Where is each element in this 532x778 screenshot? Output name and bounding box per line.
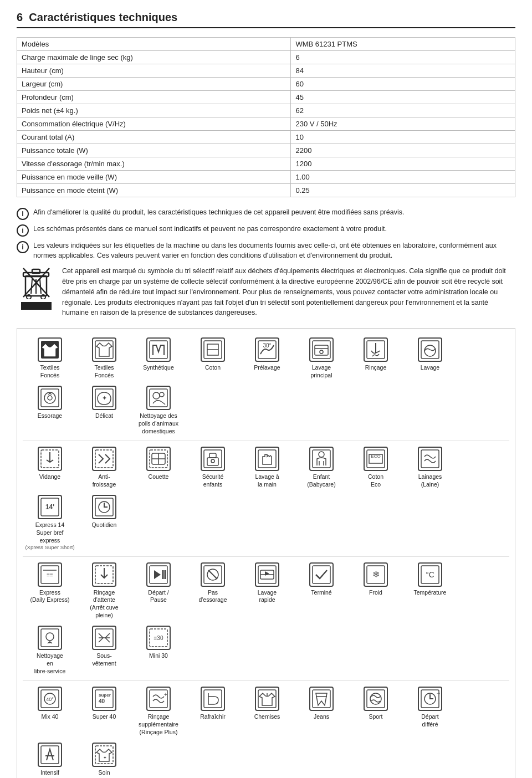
- black-bar: [21, 302, 52, 310]
- spec-row: Charge maximale de linge sec (kg)6: [17, 51, 515, 64]
- program-label-froid: Froid: [369, 589, 382, 597]
- spec-row: Poids net (±4 kg.)62: [17, 104, 515, 117]
- program-label-essorage: Essorage: [38, 412, 62, 420]
- program-item-express-daily: ≡≡ Express (Daily Express): [25, 562, 75, 620]
- program-label-mix40: Mix 40: [42, 713, 59, 721]
- svg-marker-60: [154, 570, 161, 579]
- svg-point-31: [160, 392, 164, 397]
- info-icon-3: i: [17, 241, 29, 253]
- program-icon-sous-vetement: [92, 626, 116, 650]
- program-label-sport: Sport: [369, 713, 382, 721]
- program-icon-jeans: [309, 687, 334, 711]
- program-icon-synth: [146, 337, 171, 362]
- spec-value: 1200: [291, 157, 515, 171]
- program-item-lavage-main: Lavage à la main: [242, 447, 292, 488]
- program-label-lavage-main: Lavage à la main: [255, 473, 279, 488]
- program-item-express14: 14'Express 14 Super bref express(Xpress …: [25, 495, 75, 550]
- program-item-super40: super 40Super 40: [79, 687, 129, 736]
- svg-point-76: [46, 633, 54, 641]
- program-icon-lainages: [418, 447, 442, 471]
- program-item-rincage-attente: Rinçage d'attente (Arrêt cuve pleine): [79, 562, 129, 620]
- program-icon-rincage: [364, 337, 388, 362]
- programs-section: Textiles Foncés Textiles Foncés Synthéti…: [17, 328, 515, 778]
- recycling-text: Cet appareil est marqué du symbole du tr…: [62, 266, 515, 318]
- program-label-enfant: Enfant (Babycare): [307, 473, 335, 488]
- svg-rect-93: [313, 690, 330, 708]
- program-sublabel-express14: (Xpress Super Short): [25, 544, 74, 550]
- program-label-coton-eco: Coton Eco: [368, 473, 383, 488]
- program-icon-rincage-supp: +: [146, 687, 171, 711]
- program-label-lavage-principal: Lavage principal: [310, 364, 332, 379]
- spec-label: Vitesse d'essorage (tr/min max.): [17, 157, 291, 171]
- program-icon-mix40: 40°: [38, 687, 62, 711]
- svg-rect-43: [313, 450, 330, 468]
- svg-point-23: [424, 345, 436, 356]
- svg-rect-42: [258, 450, 276, 468]
- svg-rect-2: [32, 269, 40, 273]
- svg-rect-95: [367, 690, 385, 708]
- spec-label: Charge maximale de linge sec (kg): [17, 51, 291, 64]
- info-row-2: i Les schémas présentés dans ce manuel s…: [17, 224, 515, 237]
- info-text-2: Les schémas présentés dans ce manuel son…: [33, 224, 387, 234]
- program-item-essorage: Essorage: [25, 386, 75, 435]
- program-icon-express-daily: ≡≡: [38, 562, 62, 587]
- program-label-intensif: Intensif: [40, 769, 59, 777]
- spec-value: 1.00: [291, 171, 515, 184]
- program-label-depart-differe: Départ différé: [421, 713, 439, 728]
- programs-row-1: Vidange Anti- froissage Couette Sécurité…: [23, 443, 509, 557]
- spec-row: Puissance totale (W)2200: [17, 144, 515, 157]
- spec-row: Puissance en mode éteint (W)0.25: [17, 184, 515, 197]
- svg-text:→: →: [436, 689, 440, 697]
- spec-label: Largeur (cm): [17, 78, 291, 91]
- program-label-jeans: Jeans: [314, 713, 329, 721]
- spec-label: Hauteur (cm): [17, 64, 291, 78]
- program-icon-intensif: [38, 743, 62, 767]
- program-icon-soin-fashion: ✦: [92, 743, 116, 767]
- svg-point-30: [153, 392, 160, 399]
- program-label-vidange: Vidange: [39, 473, 60, 481]
- program-item-vidange: Vidange: [25, 447, 75, 488]
- program-item-soin-fashion: ✦Soin Fashion: [79, 743, 129, 778]
- svg-rect-39: [209, 453, 216, 458]
- program-label-pas-essorage: Pas d'essorage: [198, 589, 227, 604]
- spec-label: Courant total (A): [17, 131, 291, 144]
- svg-text:≡≡: ≡≡: [47, 572, 53, 578]
- svg-rect-90: [204, 690, 222, 708]
- program-icon-cotton: [201, 337, 225, 362]
- program-item-temperature: °CTempérature: [405, 562, 455, 620]
- svg-text:+: +: [164, 692, 167, 698]
- info-text-3: Les valeurs indiquées sur les étiquettes…: [33, 240, 515, 260]
- program-label-temperature: Température: [414, 589, 447, 597]
- svg-text:14': 14': [45, 503, 54, 511]
- spec-row: Profondeur (cm)45: [17, 91, 515, 104]
- program-icon-lavage: [418, 337, 442, 362]
- program-label-mini30: Mini 30: [149, 652, 168, 660]
- spec-row: Vitesse d'essorage (tr/min max.)1200: [17, 157, 515, 171]
- svg-line-65: [208, 570, 217, 579]
- program-item-synth: Synthétique: [134, 337, 183, 379]
- spec-label: Puissance en mode veille (W): [17, 171, 291, 184]
- spec-row: Puissance en mode veille (W)1.00: [17, 171, 515, 184]
- program-icon-express14: 14': [38, 495, 62, 519]
- recycling-bin-icon: [21, 266, 52, 299]
- program-item-intensif: Intensif: [25, 743, 75, 778]
- svg-text:super: super: [99, 693, 111, 698]
- program-label-synth: Synthétique: [143, 364, 173, 372]
- spec-label: Puissance totale (W): [17, 144, 291, 157]
- svg-rect-24: [41, 389, 59, 407]
- program-icon-lavage-rapide: [255, 562, 279, 587]
- spec-value: 84: [291, 64, 515, 78]
- program-item-sous-vetement: Sous- vêtement: [79, 626, 129, 675]
- svg-point-41: [211, 459, 214, 463]
- svg-point-96: [370, 693, 381, 704]
- program-label-rincage: Rinçage: [365, 364, 387, 372]
- svg-rect-50: [421, 450, 439, 468]
- program-icon-pas-essorage: [201, 562, 225, 587]
- program-icon-termine: [309, 562, 334, 587]
- svg-rect-11: [95, 341, 113, 359]
- program-label-quotidien: Quotidien: [92, 521, 117, 529]
- programs-row-3: 40°Mix 40 super 40Super 40 +Rinçage supp…: [23, 683, 509, 778]
- svg-rect-17: [313, 341, 330, 359]
- programs-row-2: ≡≡ Express (Daily Express) Rinçage d'att…: [23, 559, 509, 681]
- program-item-depart-differe: →Départ différé: [405, 687, 455, 736]
